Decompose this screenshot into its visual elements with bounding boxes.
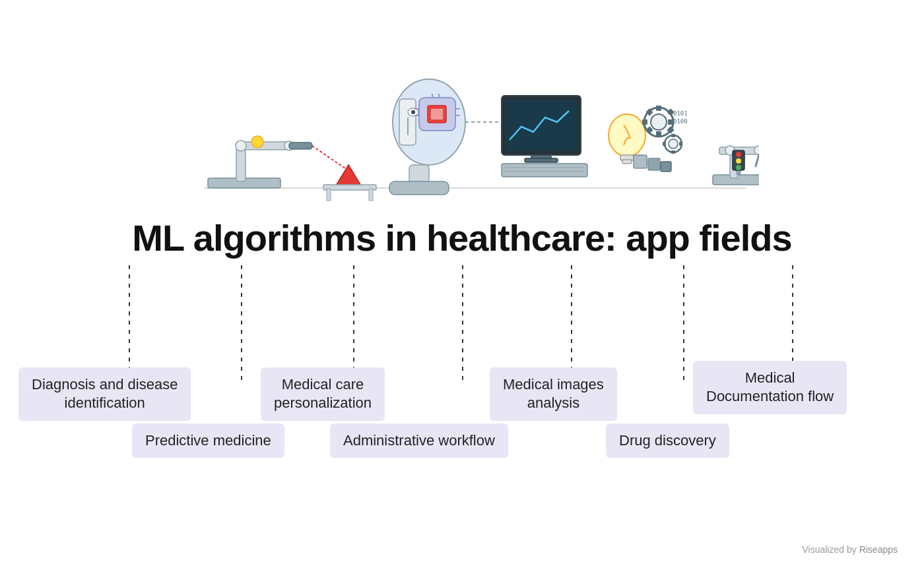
svg-line-7	[312, 146, 350, 172]
label-medical-care-text: Medical care personalization	[274, 376, 372, 412]
svg-point-71	[736, 152, 741, 157]
label-medical-images-text: Medical images analysis	[503, 376, 604, 412]
svg-rect-55	[663, 142, 666, 146]
dotted-line-6	[683, 265, 684, 384]
svg-rect-44	[656, 131, 661, 137]
svg-text:0100: 0100	[673, 118, 688, 125]
svg-rect-53	[671, 134, 675, 137]
svg-rect-40	[622, 160, 632, 164]
svg-rect-54	[671, 150, 675, 154]
svg-rect-59	[661, 162, 671, 172]
svg-rect-35	[502, 164, 587, 177]
svg-rect-56	[679, 142, 682, 146]
dotted-line-4	[462, 265, 463, 384]
watermark: Visualized by Riseapps	[802, 544, 898, 555]
svg-point-42	[651, 114, 667, 130]
svg-point-73	[736, 165, 741, 170]
label-medical-docs-text: Medical Documentation flow	[706, 369, 834, 405]
columns-area: Diagnosis and disease identification Med…	[0, 265, 924, 476]
label-diagnosis: Diagnosis and disease identification	[18, 367, 191, 421]
label-medical-docs: Medical Documentation flow	[693, 361, 847, 414]
watermark-prefix: Visualized by	[802, 544, 859, 555]
svg-rect-46	[668, 119, 673, 125]
label-medical-images: Medical images analysis	[490, 367, 617, 421]
label-administrative: Administrative workflow	[330, 424, 508, 458]
label-diagnosis-text: Diagnosis and disease identification	[32, 376, 178, 412]
svg-rect-12	[327, 189, 331, 201]
svg-point-20	[411, 110, 415, 114]
dotted-line-2	[241, 265, 242, 384]
svg-rect-45	[642, 119, 647, 125]
dotted-line-1	[129, 265, 130, 384]
illustration-svg: 0101 0100 0101 0100	[165, 20, 759, 205]
svg-rect-43	[656, 106, 661, 111]
svg-rect-32	[506, 100, 577, 151]
label-drug: Drug discovery	[606, 424, 729, 458]
svg-rect-13	[369, 189, 373, 201]
watermark-brand: Riseapps	[859, 544, 898, 555]
label-predictive: Predictive medicine	[132, 424, 284, 458]
label-predictive-text: Predictive medicine	[145, 432, 271, 449]
label-medical-care: Medical care personalization	[261, 367, 385, 421]
svg-text:0101: 0101	[673, 110, 688, 117]
svg-point-38	[609, 114, 645, 156]
main-title: ML algorithms in healthcare: app fields	[0, 218, 924, 259]
svg-point-4	[236, 141, 246, 151]
svg-point-66	[754, 146, 759, 155]
svg-rect-23	[430, 108, 444, 120]
svg-rect-57	[634, 155, 647, 168]
svg-point-52	[669, 139, 678, 148]
illustration-area: 0101 0100 0101 0100	[0, 0, 924, 211]
svg-point-9	[251, 136, 263, 148]
label-administrative-text: Administrative workflow	[343, 432, 495, 449]
svg-rect-6	[289, 142, 312, 149]
svg-rect-58	[648, 158, 660, 170]
svg-marker-10	[335, 165, 362, 187]
dotted-line-3	[353, 265, 354, 384]
label-drug-text: Drug discovery	[619, 432, 716, 449]
svg-rect-15	[389, 181, 449, 195]
dotted-line-5	[571, 265, 572, 384]
page-container: 0101 0100 0101 0100	[0, 0, 924, 568]
svg-point-72	[736, 158, 741, 164]
svg-rect-34	[525, 158, 558, 162]
svg-rect-11	[323, 185, 376, 190]
